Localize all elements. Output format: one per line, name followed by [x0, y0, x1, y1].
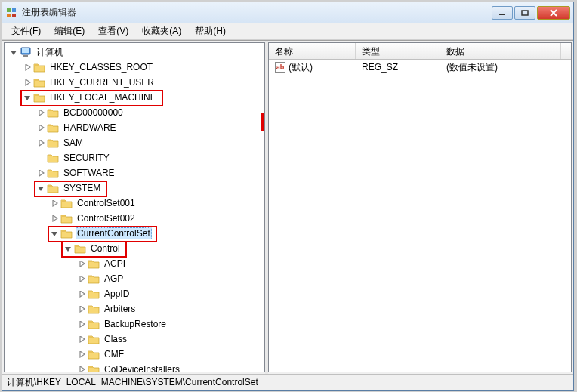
- folder-icon: [74, 242, 86, 255]
- tree-label[interactable]: ControlSet002: [76, 212, 137, 224]
- main-body: 计算机HKEY_CLASSES_ROOTHKEY_CURRENT_USERHKE…: [2, 40, 573, 374]
- tree-label[interactable]: BackupRestore: [103, 318, 168, 330]
- registry-tree: 计算机HKEY_CLASSES_ROOTHKEY_CURRENT_USERHKE…: [5, 43, 264, 372]
- tree-label[interactable]: ACPI: [103, 258, 127, 270]
- cell-name: ab(默认): [269, 60, 356, 76]
- tree-row[interactable]: BackupRestore: [5, 316, 264, 332]
- tree-row[interactable]: CurrentControlSet: [5, 226, 264, 241]
- tree-row[interactable]: HKEY_CURRENT_USER: [5, 75, 264, 90]
- tree-label[interactable]: CurrentControlSet: [76, 227, 152, 239]
- svg-rect-1: [12, 8, 16, 12]
- collapse-icon[interactable]: [9, 48, 18, 57]
- column-header[interactable]: 名称: [269, 43, 356, 59]
- tree-row[interactable]: AGP: [5, 271, 264, 286]
- tree-row[interactable]: CMF: [5, 347, 264, 362]
- tree-label[interactable]: SOFTWARE: [62, 167, 116, 179]
- tree-row[interactable]: SAM: [5, 135, 264, 150]
- expand-icon[interactable]: [77, 335, 86, 344]
- tree-row[interactable]: Control: [5, 241, 264, 256]
- tree-label[interactable]: Class: [103, 333, 128, 345]
- tree-label[interactable]: SYSTEM: [62, 182, 102, 194]
- string-value-icon: ab: [275, 62, 285, 73]
- folder-icon: [33, 76, 45, 88]
- computer-icon: [20, 46, 32, 58]
- tree-row[interactable]: SECURITY: [5, 150, 264, 165]
- close-button[interactable]: [537, 6, 570, 20]
- tree-row[interactable]: BCD00000000: [5, 105, 264, 120]
- list-header[interactable]: 名称类型数据: [269, 43, 571, 60]
- collapse-icon[interactable]: [50, 229, 59, 238]
- tree-row[interactable]: 计算机: [5, 45, 264, 60]
- maximize-button[interactable]: [514, 6, 535, 20]
- tree-row[interactable]: Class: [5, 332, 264, 347]
- folder-icon: [88, 348, 100, 360]
- tree-row[interactable]: AppID: [5, 286, 264, 301]
- folder-icon: [47, 137, 59, 149]
- tree-row[interactable]: SOFTWARE: [5, 165, 264, 181]
- minimize-button[interactable]: [492, 6, 513, 20]
- titlebar[interactable]: 注册表编辑器: [2, 2, 573, 23]
- value-name: (默认): [288, 61, 313, 74]
- expand-icon[interactable]: [36, 138, 45, 147]
- expand-icon[interactable]: [23, 63, 32, 72]
- tree-label[interactable]: HKEY_CURRENT_USER: [48, 76, 156, 88]
- menu-help[interactable]: 帮助(H): [189, 23, 232, 39]
- tree-label[interactable]: CoDeviceInstallers: [103, 363, 181, 372]
- expand-icon[interactable]: [77, 259, 86, 268]
- expand-icon[interactable]: [50, 214, 59, 223]
- expand-icon[interactable]: [36, 108, 45, 117]
- tree-row[interactable]: HKEY_CLASSES_ROOT: [5, 60, 264, 75]
- expand-icon[interactable]: [77, 319, 86, 329]
- tree-row[interactable]: ControlSet002: [5, 211, 264, 226]
- window-title: 注册表编辑器: [22, 6, 492, 19]
- tree-row[interactable]: Arbiters: [5, 301, 264, 316]
- expand-icon[interactable]: [77, 350, 86, 359]
- tree-row[interactable]: ACPI: [5, 256, 264, 271]
- expand-icon[interactable]: [50, 199, 59, 208]
- tree-label[interactable]: SAM: [62, 137, 85, 149]
- tree-label[interactable]: SECURITY: [62, 152, 111, 164]
- tree-row[interactable]: HARDWARE: [5, 120, 264, 135]
- column-header[interactable]: 数据: [440, 43, 561, 59]
- expand-icon[interactable]: [36, 123, 45, 132]
- folder-icon: [47, 167, 59, 179]
- list-body[interactable]: ab(默认)REG_SZ(数值未设置): [269, 60, 571, 372]
- tree-label[interactable]: Arbiters: [103, 303, 137, 315]
- tree-label[interactable]: HARDWARE: [62, 122, 118, 134]
- tree-row[interactable]: CoDeviceInstallers: [5, 362, 264, 372]
- menu-view[interactable]: 查看(V): [92, 23, 134, 39]
- collapse-icon[interactable]: [23, 93, 32, 102]
- collapse-icon[interactable]: [63, 244, 73, 253]
- svg-rect-2: [7, 14, 11, 17]
- tree-label[interactable]: Control: [89, 242, 122, 255]
- column-header[interactable]: 类型: [356, 43, 440, 59]
- expand-icon[interactable]: [77, 365, 86, 372]
- expand-icon[interactable]: [36, 168, 45, 177]
- tree-label[interactable]: AppID: [103, 288, 131, 300]
- tree-row[interactable]: HKEY_LOCAL_MACHINE: [5, 90, 264, 105]
- collapse-icon[interactable]: [36, 184, 45, 193]
- menu-file[interactable]: 文件(F): [5, 23, 47, 39]
- list-row[interactable]: ab(默认)REG_SZ(数值未设置): [269, 60, 571, 75]
- folder-icon: [88, 318, 100, 330]
- folder-icon: [88, 258, 100, 270]
- tree-label[interactable]: BCD00000000: [62, 106, 125, 119]
- tree-label[interactable]: HKEY_CLASSES_ROOT: [48, 61, 154, 73]
- expand-icon[interactable]: [77, 289, 86, 298]
- tree-pane[interactable]: 计算机HKEY_CLASSES_ROOTHKEY_CURRENT_USERHKE…: [4, 42, 265, 372]
- expand-icon[interactable]: [77, 304, 86, 313]
- tree-label[interactable]: CMF: [103, 348, 125, 360]
- tree-row[interactable]: ControlSet001: [5, 196, 264, 211]
- expand-icon[interactable]: [23, 78, 32, 87]
- menu-edit[interactable]: 编辑(E): [48, 23, 91, 39]
- tree-label[interactable]: ControlSet001: [76, 197, 137, 209]
- folder-icon: [88, 303, 100, 315]
- tree-label[interactable]: 计算机: [35, 45, 65, 60]
- menu-favorites[interactable]: 收藏夹(A): [136, 23, 187, 39]
- folder-icon: [47, 152, 59, 164]
- tree-row[interactable]: SYSTEM: [5, 181, 264, 196]
- tree-label[interactable]: HKEY_LOCAL_MACHINE: [48, 91, 158, 103]
- tree-label[interactable]: AGP: [103, 273, 125, 285]
- folder-icon: [47, 182, 59, 194]
- expand-icon[interactable]: [77, 274, 86, 283]
